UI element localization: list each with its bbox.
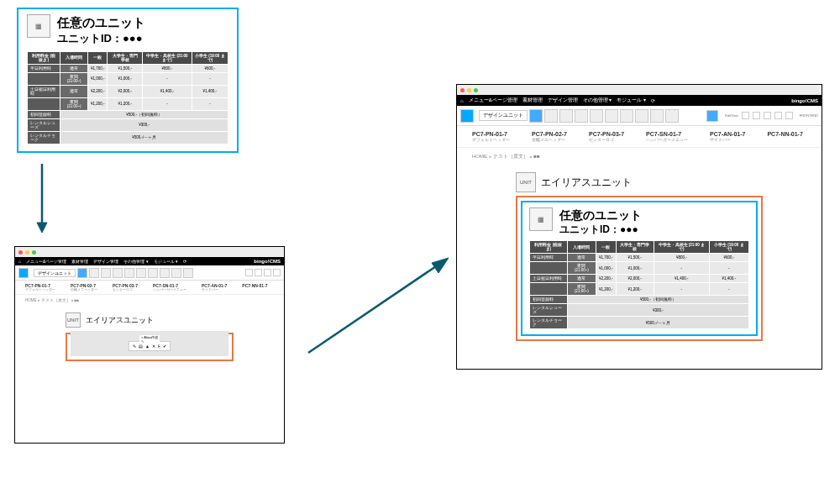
- alias-mini-toolbar[interactable]: > Alias作成 ✎ ✎ ▤ ▲ ✕ ⎘ ✔: [129, 341, 171, 351]
- tool-icon[interactable]: ▤: [139, 344, 143, 349]
- editor-window-before: ⌂ メニュー&ページ管理 素材管理 デザイン管理 その他管理 ▾ モジュール ▾…: [14, 246, 285, 444]
- template-tab[interactable]: PC7-SN-01-7ハンバーガーメニュー: [153, 283, 186, 291]
- tool-btn[interactable]: [650, 109, 664, 123]
- source-title: 任意のユニット: [57, 14, 145, 31]
- tool-btn[interactable]: [183, 268, 193, 278]
- tool-btn[interactable]: [544, 109, 558, 123]
- device-btn[interactable]: [742, 112, 749, 119]
- menubar[interactable]: ⌂ メニュー&ページ管理 素材管理 デザイン管理 その他管理 ▾ モジュール ▾…: [457, 95, 822, 106]
- window-chrome: [15, 247, 284, 257]
- brand-label: bingo!CMS: [254, 259, 281, 264]
- tool-icon[interactable]: ✎: [133, 344, 136, 349]
- svg-line-2: [308, 265, 438, 353]
- breadcrumb: HOME » テスト［原文］ » ■■: [15, 295, 284, 306]
- tool-btn[interactable]: [18, 268, 29, 278]
- tool-btn[interactable]: [575, 109, 588, 123]
- arrow-down-icon: [34, 164, 50, 233]
- alias-unit-title: エイリアスユニット: [86, 315, 154, 326]
- price-table: 利用料金 (税抜き)入場時間一般大学生・専門学校中学生・高校生 (21:00 ま…: [529, 240, 749, 329]
- tool-btn[interactable]: [113, 268, 123, 278]
- template-tab[interactable]: PC7-PN-01-7デフォルトヘッダー: [25, 283, 55, 291]
- backup-btn[interactable]: [774, 112, 782, 119]
- final-subtitle: ユニットID：●●●: [559, 223, 642, 237]
- tool-btn[interactable]: [124, 268, 134, 278]
- tool-sm[interactable]: [255, 269, 262, 276]
- template-tab[interactable]: PC7-AN-01-7サイドバー: [202, 283, 227, 291]
- template-tab[interactable]: PC7-PN-03-7センターロゴ: [589, 131, 624, 142]
- tool-btn[interactable]: [559, 109, 573, 123]
- svg-marker-3: [432, 258, 449, 273]
- tool-icon[interactable]: ✕: [152, 344, 155, 349]
- editor-window-after: ⌂ メニュー&ページ管理 素材管理 デザイン管理 その他管理 ▾ モジュール ▾…: [456, 84, 822, 370]
- tool-btn[interactable]: [148, 268, 158, 278]
- unit-icon: UNIT: [66, 312, 81, 328]
- tool-sm[interactable]: [264, 269, 271, 276]
- window-chrome: [457, 85, 822, 95]
- tool-btn[interactable]: [635, 109, 648, 123]
- editview-btn[interactable]: [706, 110, 718, 122]
- home-icon[interactable]: ⌂: [18, 259, 21, 264]
- device-btn[interactable]: [764, 112, 771, 119]
- grid-icon: ▦: [27, 14, 50, 38]
- template-tab[interactable]: PC7-PN-03-7センターロゴ: [113, 283, 138, 291]
- tool-btn[interactable]: [77, 268, 87, 278]
- price-table: 利用料金 (税抜き)入場時間一般大学生・専門学校中学生・高校生 (21:00 ま…: [27, 51, 228, 144]
- grid-icon: ▦: [529, 207, 553, 231]
- alias-target-box[interactable]: > Alias作成 ✎ ✎ ▤ ▲ ✕ ⎘ ✔ Alias: [66, 333, 234, 361]
- tool-btn[interactable]: [460, 109, 474, 123]
- source-unit-card: ▦ 任意のユニット ユニットID：●●● 利用料金 (税抜き)入場時間一般大学生…: [17, 8, 239, 153]
- toolbar: デザインユニット: [15, 265, 284, 281]
- final-title: 任意のユニット: [559, 207, 642, 223]
- tool-sm[interactable]: [245, 269, 253, 276]
- arrow-diagonal-icon: [304, 256, 449, 357]
- source-subtitle: ユニットID：●●●: [57, 31, 145, 46]
- tool-icon[interactable]: ▲: [145, 344, 150, 349]
- svg-marker-1: [37, 223, 47, 233]
- menubar[interactable]: ⌂ メニュー&ページ管理 素材管理 デザイン管理 その他管理 ▾ モジュール ▾…: [15, 257, 284, 265]
- alias-unit-title: エイリアスユニット: [541, 176, 632, 190]
- template-tab[interactable]: PC7-NN-01-7: [767, 131, 802, 142]
- home-icon[interactable]: ⌂: [460, 98, 464, 103]
- unit-dropdown[interactable]: デザインユニット: [479, 110, 528, 121]
- tool-icon[interactable]: ⎘: [158, 344, 160, 349]
- unit-icon: UNIT: [516, 172, 536, 192]
- template-tab[interactable]: PC7-PN-02-7全幅メニヘッダー: [532, 131, 567, 142]
- template-tabs: PC7-PN-01-7デフォルトヘッダーPC7-PN-02-7全幅メニヘッダーP…: [457, 126, 822, 148]
- template-tab[interactable]: PC7-NN-01-7: [242, 283, 267, 291]
- tool-icon[interactable]: ✔: [163, 344, 166, 349]
- template-tab[interactable]: PC7-PN-02-7全幅メニヘッダー: [71, 283, 97, 291]
- tool-btn[interactable]: [620, 109, 633, 123]
- unit-dropdown[interactable]: デザインユニット: [34, 269, 76, 277]
- tool-btn[interactable]: [529, 109, 543, 123]
- template-tab[interactable]: PC7-SN-01-7ハンバーガーメニュー: [646, 131, 688, 142]
- tool-sm[interactable]: [273, 269, 281, 276]
- template-tab[interactable]: PC7-AN-01-7サイドバー: [710, 131, 745, 142]
- tool-btn[interactable]: [101, 268, 111, 278]
- tool-btn[interactable]: [665, 109, 679, 123]
- tool-btn[interactable]: [590, 109, 603, 123]
- tool-btn[interactable]: [605, 109, 618, 123]
- brand-label: bingo!CMS: [791, 98, 818, 103]
- template-tab[interactable]: PC7-PN-01-7デフォルトヘッダー: [472, 131, 510, 142]
- list-btn[interactable]: [785, 112, 793, 119]
- device-btn[interactable]: [753, 112, 760, 119]
- template-tabs: PC7-PN-01-7デフォルトヘッダーPC7-PN-02-7全幅メニヘッダーP…: [15, 281, 284, 295]
- tool-btn[interactable]: [171, 268, 181, 278]
- alias-result-box: ▦ 任意のユニット ユニットID：●●● 利用料金 (税抜き)入場時間一般大学生…: [516, 196, 763, 341]
- toolbar: デザインユニット EditView FRONTEND: [457, 106, 822, 126]
- tool-btn[interactable]: [136, 268, 146, 278]
- tool-btn[interactable]: [160, 268, 170, 278]
- breadcrumb: HOME » テスト［原文］ » ■■: [457, 148, 822, 165]
- tool-btn[interactable]: [89, 268, 99, 278]
